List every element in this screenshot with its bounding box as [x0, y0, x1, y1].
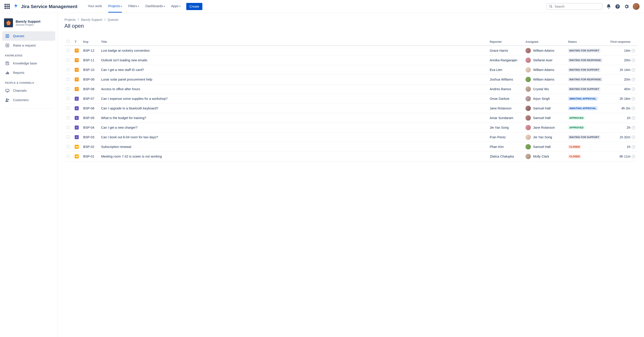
- ticket-key[interactable]: BSP-06: [81, 104, 99, 113]
- nav-your-work[interactable]: Your work: [88, 0, 102, 13]
- user-avatar[interactable]: [633, 3, 640, 10]
- avatar: [526, 115, 531, 121]
- row-checkbox[interactable]: [67, 78, 70, 81]
- sidebar-item-reports[interactable]: Reports: [2, 68, 55, 77]
- col-title[interactable]: Title: [99, 38, 488, 46]
- breadcrumb-queues[interactable]: Queues: [108, 18, 118, 22]
- nav-filters[interactable]: Filters▾: [128, 0, 139, 13]
- select-all-checkbox[interactable]: [67, 40, 70, 43]
- ticket-assignee[interactable]: Samuel Hall: [526, 115, 564, 121]
- avatar: [526, 86, 531, 92]
- col-reporter[interactable]: Reporter: [488, 38, 523, 46]
- table-row[interactable]: ≡ BSP-06 Can I upgrade to a bluetooth ke…: [64, 104, 637, 113]
- search-input-wrapper[interactable]: [546, 3, 602, 10]
- ticket-assignee[interactable]: Jie Yan Song: [526, 135, 564, 140]
- row-checkbox[interactable]: [67, 97, 70, 100]
- settings-icon[interactable]: [624, 4, 629, 9]
- ticket-title[interactable]: Outlook isn't loading new emails: [99, 56, 488, 65]
- table-row[interactable]: ✉ BSP-01 Meeting room 7-32 is sceen is n…: [64, 152, 637, 161]
- ticket-key[interactable]: BSP-04: [81, 123, 99, 132]
- sidebar-item-knowledge-base[interactable]: Knowledge base: [2, 59, 55, 68]
- ticket-title[interactable]: Can I book out 8-04 room for two days?: [99, 132, 488, 142]
- ticket-assignee[interactable]: William Adams: [526, 67, 564, 73]
- ticket-title[interactable]: Lunar solar panel procurement help: [99, 75, 488, 84]
- table-row[interactable]: ? BSP-08 Access to office after hours An…: [64, 84, 637, 94]
- notifications-icon[interactable]: [606, 4, 611, 9]
- ticket-title[interactable]: Access to office after hours: [99, 84, 488, 94]
- sidebar-item-queues[interactable]: Queues: [2, 31, 55, 41]
- create-button[interactable]: Create: [186, 3, 202, 10]
- first-response-time: 4h 3m: [622, 107, 635, 110]
- ticket-title[interactable]: What is the budget for training?: [99, 113, 488, 123]
- avatar: [526, 154, 531, 159]
- ticket-key[interactable]: BSP-05: [81, 113, 99, 123]
- row-checkbox[interactable]: [67, 135, 70, 139]
- col-first-response[interactable]: First response: [608, 38, 637, 46]
- ticket-title[interactable]: Can I expense some supplies for a worksh…: [99, 94, 488, 104]
- clock-icon: [632, 136, 635, 139]
- breadcrumb-projects[interactable]: Projects: [64, 18, 76, 22]
- row-checkbox[interactable]: [67, 87, 70, 90]
- ticket-assignee[interactable]: Molly Clark: [526, 154, 564, 159]
- table-row[interactable]: ≡ BSP-03 Can I book out 8-04 room for tw…: [64, 132, 637, 142]
- ticket-title[interactable]: Can I get a new charger?: [99, 123, 488, 132]
- table-row[interactable]: ≡ BSP-05 What is the budget for training…: [64, 113, 637, 123]
- ticket-key[interactable]: BSP-12: [81, 46, 99, 56]
- table-row[interactable]: ≡ BSP-04 Can I get a new charger? Jie Ya…: [64, 123, 637, 132]
- ticket-assignee[interactable]: Samuel Hall: [526, 106, 564, 111]
- ticket-assignee[interactable]: Jane Rotanson: [526, 125, 564, 130]
- table-row[interactable]: ? BSP-11 Outlook isn't loading new email…: [64, 56, 637, 65]
- ticket-key[interactable]: BSP-11: [81, 56, 99, 65]
- nav-dashboards[interactable]: Dashboards▾: [145, 0, 165, 13]
- sidebar-item-channels[interactable]: Channels: [2, 86, 55, 95]
- ticket-key[interactable]: BSP-01: [81, 152, 99, 161]
- ticket-key[interactable]: BSP-09: [81, 75, 99, 84]
- app-switcher-icon[interactable]: [4, 4, 10, 9]
- row-checkbox[interactable]: [67, 155, 70, 158]
- row-checkbox[interactable]: [67, 49, 70, 52]
- sidebar-item-raise-request[interactable]: Raise a request: [2, 41, 55, 50]
- col-status[interactable]: Status: [566, 38, 608, 46]
- ticket-assignee[interactable]: William Adams: [526, 48, 564, 53]
- ticket-assignee[interactable]: Stefanie Auer: [526, 58, 564, 63]
- help-icon[interactable]: ?: [615, 4, 620, 9]
- search-input[interactable]: [554, 5, 600, 8]
- sidebar-item-customers[interactable]: Customers: [2, 95, 55, 105]
- row-checkbox[interactable]: [67, 58, 70, 62]
- ticket-assignee[interactable]: William Adams: [526, 77, 564, 82]
- ticket-title[interactable]: Subscription renewal: [99, 142, 488, 152]
- ticket-assignee[interactable]: Arjun Singh: [526, 96, 564, 101]
- col-type[interactable]: T: [72, 38, 81, 46]
- table-row[interactable]: ? BSP-09 Lunar solar panel procurement h…: [64, 75, 637, 84]
- ticket-assignee[interactable]: Samuel Hall: [526, 144, 564, 149]
- table-row[interactable]: ✉ BSP-02 Subscription renewal Phan Kim S…: [64, 142, 637, 152]
- col-key[interactable]: Key: [81, 38, 99, 46]
- ticket-assignee[interactable]: Crystal Wu: [526, 86, 564, 92]
- ticket-key[interactable]: BSP-07: [81, 94, 99, 104]
- ticket-title[interactable]: Can I get a new staff ID card?: [99, 65, 488, 75]
- svg-rect-13: [6, 73, 6, 74]
- row-checkbox[interactable]: [67, 68, 70, 71]
- col-assignee[interactable]: Assignee: [523, 38, 566, 46]
- issue-type-icon: ?: [75, 87, 79, 91]
- ticket-key[interactable]: BSP-03: [81, 132, 99, 142]
- table-row[interactable]: ? BSP-12 Lost badge at rocketry conventi…: [64, 46, 637, 56]
- ticket-title[interactable]: Lost badge at rocketry convention: [99, 46, 488, 56]
- sidebar-divider: [4, 108, 54, 109]
- row-checkbox[interactable]: [67, 145, 70, 148]
- ticket-key[interactable]: BSP-10: [81, 65, 99, 75]
- clock-icon: [632, 88, 635, 91]
- ticket-title[interactable]: Meeting room 7-32 is sceen is not workin…: [99, 152, 488, 161]
- table-row[interactable]: ≡ BSP-07 Can I expense some supplies for…: [64, 94, 637, 104]
- ticket-key[interactable]: BSP-02: [81, 142, 99, 152]
- table-row[interactable]: ? BSP-10 Can I get a new staff ID card? …: [64, 65, 637, 75]
- ticket-key[interactable]: BSP-08: [81, 84, 99, 94]
- row-checkbox[interactable]: [67, 107, 70, 110]
- first-response-time: 1h 14m: [620, 68, 635, 72]
- nav-apps[interactable]: Apps▾: [171, 0, 180, 13]
- nav-projects[interactable]: Projects▾: [108, 0, 122, 13]
- breadcrumb-project[interactable]: Bancly Support: [81, 18, 102, 22]
- ticket-title[interactable]: Can I upgrade to a bluetooth keyboard?: [99, 104, 488, 113]
- row-checkbox[interactable]: [67, 116, 70, 119]
- row-checkbox[interactable]: [67, 126, 70, 129]
